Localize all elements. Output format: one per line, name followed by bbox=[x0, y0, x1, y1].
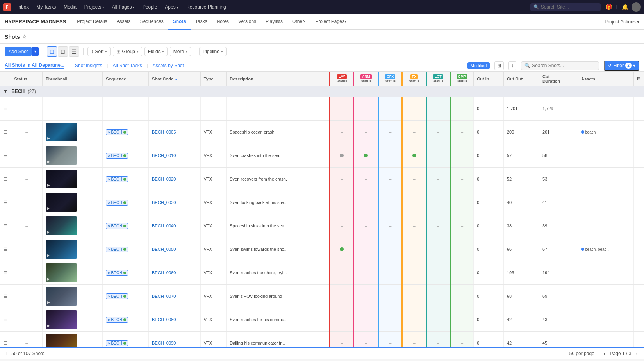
add-icon[interactable]: + bbox=[615, 4, 619, 11]
row-thumb[interactable]: ▶ bbox=[43, 261, 103, 284]
sort-button[interactable]: ↕ Sort ▾ bbox=[87, 47, 111, 56]
play-icon[interactable]: ▶ bbox=[47, 230, 50, 234]
add-shot-button[interactable]: Add Shot bbox=[5, 47, 32, 56]
view-grid-button[interactable]: ⊞ bbox=[47, 46, 57, 57]
play-icon[interactable]: ▶ bbox=[47, 323, 50, 328]
shot-code-link[interactable]: BECH_0050 bbox=[152, 247, 176, 252]
play-icon[interactable]: ▶ bbox=[47, 253, 50, 257]
row-check[interactable]: ☰ bbox=[0, 214, 11, 238]
th-shot-code[interactable]: Shot Code bbox=[149, 72, 201, 86]
th-status[interactable]: Status bbox=[11, 72, 43, 86]
shot-code-link[interactable]: BECH_0070 bbox=[152, 294, 176, 298]
row-seq[interactable]: » BECH bbox=[103, 191, 149, 214]
search-input[interactable] bbox=[541, 4, 596, 10]
nav-people[interactable]: People bbox=[139, 3, 160, 11]
row-check[interactable]: ☰ bbox=[0, 191, 11, 214]
avatar[interactable] bbox=[632, 2, 641, 12]
sequence-tag[interactable]: » BECH bbox=[106, 247, 128, 252]
shot-code-link[interactable]: BECH_0060 bbox=[152, 270, 176, 275]
pagination-prev[interactable]: ‹ bbox=[602, 350, 607, 357]
project-actions-btn[interactable]: Project Actions ▾ bbox=[605, 19, 639, 25]
group-row-bech[interactable]: ▼ BECH (27) bbox=[0, 86, 644, 97]
add-shot-arrow[interactable]: ▾ bbox=[32, 47, 39, 56]
all-shot-tasks-link[interactable]: All Shot Tasks bbox=[113, 63, 142, 68]
row-check[interactable]: ☰ bbox=[0, 331, 11, 347]
sequence-tag[interactable]: » BECH bbox=[106, 129, 128, 135]
shot-code-link[interactable]: BECH_0005 bbox=[152, 130, 176, 134]
star-icon[interactable]: ☆ bbox=[22, 34, 27, 39]
shot-code-link[interactable]: BECH_0020 bbox=[152, 177, 176, 181]
top-search[interactable]: 🔍 bbox=[530, 3, 601, 11]
all-shots-link[interactable]: All Shots in All Departme... bbox=[5, 63, 64, 69]
pagination-per-page[interactable]: 50 per page bbox=[569, 351, 594, 356]
shot-code-link[interactable]: BECH_0030 bbox=[152, 200, 176, 205]
th-sequence[interactable]: Sequence bbox=[103, 72, 149, 86]
nav-inbox[interactable]: Inbox bbox=[14, 3, 32, 11]
more-button[interactable]: More ▾ bbox=[170, 47, 191, 56]
modified-button[interactable]: Modified bbox=[467, 62, 490, 69]
th-cut-in[interactable]: Cut In bbox=[474, 72, 504, 86]
nav-notes[interactable]: Notes bbox=[212, 14, 234, 30]
shot-code-link[interactable]: BECH_0090 bbox=[152, 341, 176, 345]
layout-icon-btn[interactable]: ⊞ bbox=[494, 61, 504, 70]
app-icon[interactable]: F bbox=[3, 3, 11, 11]
row-seq[interactable]: » BECH bbox=[103, 214, 149, 238]
play-icon[interactable]: ▶ bbox=[47, 183, 50, 187]
th-cut-duration[interactable]: Cut Duration bbox=[539, 72, 578, 86]
row-shot-code[interactable]: BECH_0070 bbox=[149, 284, 201, 308]
sequence-tag[interactable]: » BECH bbox=[106, 317, 128, 323]
row-thumb[interactable]: ▶ bbox=[43, 120, 103, 144]
nav-my-tasks[interactable]: My Tasks bbox=[33, 3, 59, 11]
row-seq[interactable]: » BECH bbox=[103, 167, 149, 191]
group-button[interactable]: ⊞ Group ▾ bbox=[113, 47, 142, 56]
nav-all-pages[interactable]: All Pages bbox=[109, 3, 138, 11]
nav-project-pages[interactable]: Project Pages bbox=[310, 14, 351, 30]
row-thumb[interactable]: ▶ bbox=[43, 144, 103, 167]
shots-search-input[interactable] bbox=[532, 63, 594, 68]
view-list-button[interactable]: ☰ bbox=[69, 46, 79, 57]
row-thumb[interactable]: ▶ bbox=[43, 284, 103, 308]
assets-by-shot-link[interactable]: Assets by Shot bbox=[153, 63, 184, 68]
row-shot-code[interactable]: BECH_0040 bbox=[149, 214, 201, 238]
play-icon[interactable]: ▶ bbox=[47, 277, 50, 281]
sequence-tag[interactable]: » BECH bbox=[106, 153, 128, 159]
row-shot-code[interactable]: BECH_0060 bbox=[149, 261, 201, 284]
row-thumb[interactable]: ▶ bbox=[43, 214, 103, 238]
row-check[interactable]: ☰ bbox=[0, 144, 11, 167]
nav-apps[interactable]: Apps bbox=[162, 3, 182, 11]
view-grid2-button[interactable]: ⊟ bbox=[58, 46, 68, 57]
row-seq[interactable]: » BECH bbox=[103, 144, 149, 167]
sequence-tag[interactable]: » BECH bbox=[106, 340, 128, 346]
row-shot-code[interactable]: BECH_0010 bbox=[149, 144, 201, 167]
nav-projects[interactable]: Projects bbox=[81, 3, 107, 11]
sequence-tag[interactable]: » BECH bbox=[106, 200, 128, 206]
play-icon[interactable]: ▶ bbox=[47, 300, 50, 304]
sequence-tag[interactable]: » BECH bbox=[106, 293, 128, 299]
asset-tag[interactable]: beach, beac... bbox=[581, 247, 610, 252]
row-shot-code[interactable]: BECH_0005 bbox=[149, 120, 201, 144]
row-check[interactable]: ☰ bbox=[0, 97, 11, 120]
row-shot-code[interactable]: BECH_0090 bbox=[149, 331, 201, 347]
row-shot-code[interactable]: BECH_0080 bbox=[149, 308, 201, 331]
shot-code-link[interactable]: BECH_0040 bbox=[152, 223, 176, 228]
nav-resource-planning[interactable]: Resource Planning bbox=[183, 3, 229, 11]
row-seq[interactable]: » BECH bbox=[103, 284, 149, 308]
export-icon-btn[interactable]: ↓ bbox=[508, 61, 516, 70]
row-check[interactable]: ☰ bbox=[0, 238, 11, 261]
fields-button[interactable]: Fields ▾ bbox=[144, 47, 168, 56]
row-thumb[interactable]: ▶ bbox=[43, 238, 103, 261]
row-thumb[interactable]: ▶ bbox=[43, 191, 103, 214]
row-thumb[interactable]: ▶ bbox=[43, 167, 103, 191]
shot-code-link[interactable]: BECH_0080 bbox=[152, 317, 176, 322]
th-description[interactable]: Description bbox=[227, 72, 330, 86]
nav-tasks[interactable]: Tasks bbox=[191, 14, 212, 30]
nav-playlists[interactable]: Playlists bbox=[261, 14, 287, 30]
pipeline-button[interactable]: Pipeline ▾ bbox=[199, 47, 227, 56]
row-check[interactable]: ☰ bbox=[0, 308, 11, 331]
group-label[interactable]: ▼ BECH (27) bbox=[0, 86, 644, 97]
nav-media[interactable]: Media bbox=[61, 3, 80, 11]
th-cut-out[interactable]: Cut Out bbox=[503, 72, 539, 86]
pagination-next[interactable]: › bbox=[634, 350, 639, 357]
row-seq[interactable]: » BECH bbox=[103, 261, 149, 284]
row-seq[interactable]: » BECH bbox=[103, 308, 149, 331]
